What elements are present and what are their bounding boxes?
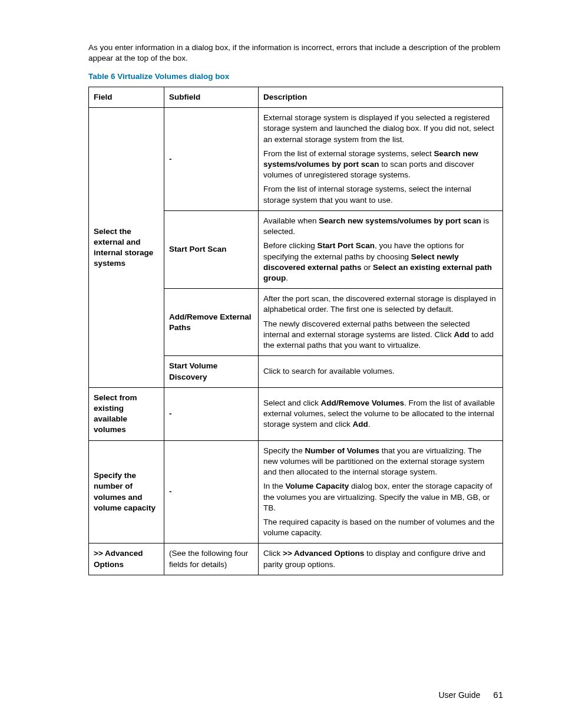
- cell-description: Available when Search new systems/volume…: [259, 210, 503, 288]
- cell-field: Select from existing available volumes: [89, 387, 164, 440]
- cell-description: Click >> Advanced Options to display and…: [259, 543, 503, 575]
- intro-paragraph: As you enter information in a dialog box…: [88, 42, 503, 64]
- text: In the: [263, 482, 286, 490]
- cell-description: After the port scan, the discovered exte…: [259, 289, 503, 356]
- table-row: Select the external and internal storage…: [89, 108, 503, 211]
- col-description: Description: [259, 87, 503, 107]
- table-header-row: Field Subfield Description: [89, 87, 503, 107]
- text: .: [286, 274, 288, 282]
- col-subfield: Subfield: [164, 87, 259, 107]
- footer-label: User Guide: [439, 690, 481, 700]
- page-footer: User Guide61: [439, 690, 504, 700]
- table-caption: Table 6 Virtualize Volumes dialog box: [88, 72, 503, 81]
- col-field: Field: [89, 87, 164, 107]
- virtualize-volumes-table: Field Subfield Description Select the ex…: [88, 87, 503, 575]
- text: From the list of internal storage system…: [263, 185, 471, 204]
- cell-description: External storage system is displayed if …: [259, 108, 503, 211]
- text: Click: [263, 549, 283, 558]
- text: Available when: [263, 216, 319, 225]
- cell-subfield: -: [164, 108, 259, 211]
- text-bold: Number of Volumes: [305, 446, 380, 455]
- text-bold: Add: [454, 330, 469, 339]
- text: The required capacity is based on the nu…: [263, 518, 494, 537]
- cell-subfield: (See the following four fields for detai…: [164, 543, 259, 575]
- page-number: 61: [493, 690, 503, 700]
- cell-field: Specify the number of volumes and volume…: [89, 440, 164, 543]
- cell-subfield: -: [164, 440, 259, 543]
- cell-subfield: Start Volume Discovery: [164, 356, 259, 387]
- cell-subfield: Add/Remove External Paths: [164, 289, 259, 356]
- cell-subfield: -: [164, 387, 259, 440]
- text: or: [362, 263, 373, 272]
- cell-description: Select and click Add/Remove Volumes. Fro…: [259, 387, 503, 440]
- text: The newly discovered external paths betw…: [263, 319, 470, 339]
- cell-description: Click to search for available volumes.: [259, 356, 503, 387]
- cell-field: Select the external and internal storage…: [89, 108, 164, 388]
- text-bold: Add: [353, 420, 368, 429]
- text-bold: Search new systems/volumes by port scan: [319, 216, 481, 225]
- table-row: >> Advanced Options (See the following f…: [89, 543, 503, 575]
- text: External storage system is displayed if …: [263, 113, 494, 143]
- table-row: Select from existing available volumes -…: [89, 387, 503, 440]
- text: Specify the: [263, 446, 305, 455]
- text: After the port scan, the discovered exte…: [263, 294, 496, 314]
- text: Select and click: [263, 398, 321, 407]
- document-page: As you enter information in a dialog box…: [0, 0, 562, 728]
- text: Before clicking: [263, 241, 318, 250]
- cell-subfield: Start Port Scan: [164, 210, 259, 288]
- text-bold: Add/Remove Volumes: [321, 398, 405, 407]
- text: .: [368, 420, 371, 429]
- table-row: Specify the number of volumes and volume…: [89, 440, 503, 543]
- cell-field: >> Advanced Options: [89, 543, 164, 575]
- cell-description: Specify the Number of Volumes that you a…: [259, 440, 503, 543]
- text: Click to search for available volumes.: [263, 367, 395, 375]
- text: From the list of external storage system…: [263, 149, 434, 158]
- text-bold: Volume Capacity: [286, 482, 349, 490]
- text-bold: Start Port Scan: [318, 241, 375, 250]
- text-bold: >> Advanced Options: [283, 549, 364, 558]
